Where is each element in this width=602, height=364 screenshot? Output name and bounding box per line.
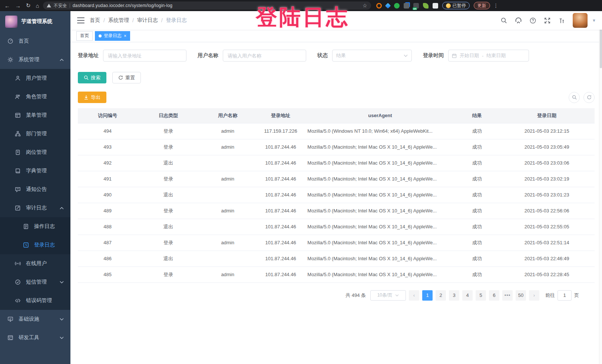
sidebar-item-error-codes[interactable]: 错误码管理 bbox=[0, 291, 70, 310]
sidebar-item-operation-log[interactable]: 操作日志 bbox=[0, 217, 70, 236]
page-button-4[interactable]: 4 bbox=[462, 290, 473, 301]
extension-puzzle-icon[interactable] bbox=[433, 3, 438, 9]
goto-page-input[interactable] bbox=[558, 290, 572, 301]
browser-back-icon[interactable]: ← bbox=[4, 3, 10, 9]
help-icon[interactable] bbox=[529, 17, 536, 24]
security-label[interactable]: 不安全 bbox=[54, 3, 67, 9]
search-button[interactable]: 搜索 bbox=[78, 72, 106, 83]
extension-green-circle-icon[interactable] bbox=[394, 3, 400, 9]
breadcrumb-system[interactable]: 系统管理 bbox=[108, 17, 129, 24]
next-page-button[interactable]: › bbox=[529, 290, 539, 301]
sidebar-item-label: 错误码管理 bbox=[26, 297, 52, 304]
page-button-5[interactable]: 5 bbox=[476, 290, 486, 301]
org-tree-icon bbox=[15, 131, 21, 137]
browser-menu-icon[interactable]: ⋮ bbox=[493, 3, 499, 9]
sidebar-item-online-users[interactable]: 在线用户 bbox=[0, 254, 70, 273]
font-size-icon[interactable] bbox=[558, 17, 565, 24]
start-date-placeholder[interactable]: 开始日期 bbox=[460, 52, 479, 59]
page-ellipsis[interactable]: ••• bbox=[502, 290, 513, 301]
app-window: 芋道管理系统 首页 系统管理 用户管理 角色管理 菜单管理 bbox=[0, 11, 602, 364]
page-button-1[interactable]: 1 bbox=[422, 290, 433, 301]
cell-address: 101.87.244.46 bbox=[256, 235, 305, 251]
cell-type: 登录 bbox=[137, 171, 199, 187]
app-logo-row[interactable]: 芋道管理系统 bbox=[0, 11, 70, 32]
breadcrumb-audit-log[interactable]: 审计日志 bbox=[137, 17, 158, 24]
extension-gem-icon[interactable] bbox=[385, 3, 391, 9]
end-date-placeholder[interactable]: 结束日期 bbox=[486, 52, 506, 59]
sidebar-item-users[interactable]: 用户管理 bbox=[0, 69, 70, 87]
extension-list-icon[interactable]: on bbox=[413, 3, 419, 9]
page-button-3[interactable]: 3 bbox=[449, 290, 459, 301]
sidebar-item-sms[interactable]: 短信管理 bbox=[0, 273, 70, 291]
table-row: 485登录admin101.87.244.46Mozilla/5.0 (Maci… bbox=[78, 267, 595, 282]
browser-forward-icon[interactable]: → bbox=[15, 3, 21, 9]
sidebar-item-departments[interactable]: 部门管理 bbox=[0, 125, 70, 143]
bookmark-star-icon[interactable]: ☆ bbox=[363, 3, 367, 9]
sidebar-item-announcements[interactable]: 通知公告 bbox=[0, 180, 70, 199]
extension-orange-icon[interactable] bbox=[376, 3, 382, 9]
address-bar[interactable]: 不安全 dashboard.yudao.iocoder.cn/system/lo… bbox=[43, 1, 371, 10]
update-label: 更新 bbox=[477, 3, 486, 9]
cell-result: 成功 bbox=[455, 203, 499, 219]
page-size-value: 10条/页 bbox=[377, 292, 393, 298]
sidebar-item-audit-log[interactable]: 审计日志 bbox=[0, 199, 70, 217]
cell-result: 成功 bbox=[455, 235, 499, 251]
status-select[interactable]: 结果 bbox=[332, 50, 412, 62]
date-range-picker[interactable]: 开始日期 - 结束日期 bbox=[448, 50, 529, 62]
cell-id: 488 bbox=[78, 219, 137, 235]
page-button-6[interactable]: 6 bbox=[489, 290, 499, 301]
cell-id: 489 bbox=[78, 203, 137, 219]
login-address-input[interactable] bbox=[103, 50, 186, 62]
table-row: 494登录admin117.159.17.226Mozilla/5.0 (Win… bbox=[78, 123, 595, 139]
prev-page-button[interactable]: ‹ bbox=[409, 290, 419, 301]
sidebar-toggle-icon[interactable] bbox=[77, 17, 85, 23]
fullscreen-icon[interactable] bbox=[544, 17, 551, 24]
toggle-search-button[interactable] bbox=[569, 92, 580, 103]
col-header-user: 用户名称 bbox=[199, 108, 256, 123]
browser-update-button[interactable]: 更新 bbox=[474, 2, 490, 9]
sidebar-item-roles[interactable]: 角色管理 bbox=[0, 87, 70, 106]
page-size-select[interactable]: 10条/页 bbox=[370, 290, 406, 301]
sidebar-item-infrastructure[interactable]: 基础设施 bbox=[0, 310, 70, 328]
sidebar-item-home[interactable]: 首页 bbox=[0, 32, 70, 50]
col-header-date: 登录日期 bbox=[499, 108, 595, 123]
user-avatar[interactable] bbox=[573, 13, 588, 28]
paused-extension-badge[interactable]: 已暂停 bbox=[442, 2, 470, 9]
extension-leaf-icon[interactable] bbox=[423, 3, 429, 9]
refresh-table-button[interactable] bbox=[583, 92, 595, 103]
sidebar-item-label: 部门管理 bbox=[26, 130, 47, 137]
cell-type: 登录 bbox=[137, 267, 199, 282]
sidebar-item-label: 菜单管理 bbox=[26, 112, 47, 119]
sidebar-item-posts[interactable]: 岗位管理 bbox=[0, 143, 70, 162]
cell-result: 成功 bbox=[455, 267, 499, 282]
export-button[interactable]: 导出 bbox=[78, 92, 106, 103]
header-search-icon[interactable] bbox=[500, 17, 507, 24]
sidebar-item-dev-tools[interactable]: 研发工具 bbox=[0, 328, 70, 347]
filter-label: 登录地址 bbox=[78, 52, 103, 59]
extension-grid-icon[interactable] bbox=[404, 3, 409, 9]
browser-home-icon[interactable]: ⌂ bbox=[36, 3, 39, 9]
breadcrumb-home[interactable]: 首页 bbox=[90, 17, 100, 24]
avatar-caret-icon[interactable]: ▼ bbox=[592, 18, 596, 23]
username-input[interactable] bbox=[223, 50, 306, 62]
url-text[interactable]: dashboard.yudao.iocoder.cn/system/log/lo… bbox=[73, 3, 173, 8]
filter-actions: 搜索 重置 bbox=[78, 72, 595, 83]
cell-agent: Mozilla/5.0 (Macintosh; Intel Mac OS X 1… bbox=[305, 155, 455, 171]
chevron-down-icon bbox=[60, 337, 64, 339]
sidebar-item-login-log[interactable]: 登录日志 bbox=[0, 236, 70, 254]
col-header-agent: userAgent bbox=[305, 108, 455, 123]
paused-label: 已暂停 bbox=[453, 3, 466, 9]
sidebar-item-dictionary[interactable]: 字典管理 bbox=[0, 162, 70, 180]
github-icon[interactable] bbox=[515, 17, 522, 24]
sidebar-item-menus[interactable]: 菜单管理 bbox=[0, 106, 70, 125]
scrollbar[interactable] bbox=[599, 11, 602, 364]
tag-home[interactable]: 首页 bbox=[76, 31, 93, 41]
reset-button[interactable]: 重置 bbox=[112, 72, 141, 83]
tag-close-icon[interactable]: × bbox=[124, 33, 126, 39]
sidebar-item-system[interactable]: 系统管理 bbox=[0, 50, 70, 69]
page-button-2[interactable]: 2 bbox=[436, 290, 446, 301]
browser-reload-icon[interactable]: ↻ bbox=[26, 2, 31, 9]
tag-login-log[interactable]: 登录日志 × bbox=[95, 31, 130, 41]
page-button-50[interactable]: 50 bbox=[516, 290, 526, 301]
cell-date: 2021-05-03 23:03:06 bbox=[499, 155, 595, 171]
